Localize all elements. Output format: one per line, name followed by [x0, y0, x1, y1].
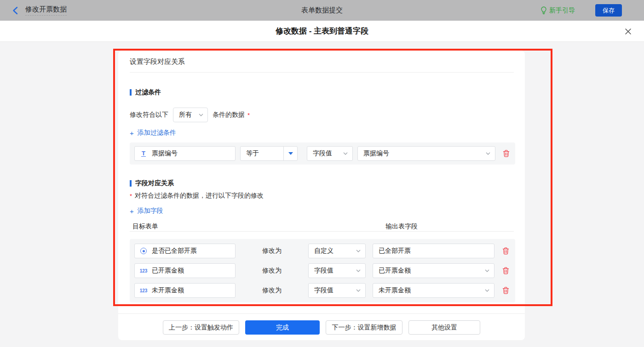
beginner-guide-label: 新手引导 [549, 6, 575, 15]
filter-condition-row: 修改符合以下 所有 条件的数据 * [130, 108, 250, 122]
chevron-down-icon [343, 152, 348, 155]
target-field-select[interactable]: 123 已开票金额 [134, 263, 236, 278]
caret-down-icon [288, 152, 293, 155]
radio-field-icon [139, 248, 148, 254]
trash-icon [502, 267, 509, 274]
modify-to-label: 修改为 [262, 286, 282, 295]
done-button[interactable]: 完成 [245, 320, 320, 335]
target-form-header: 目标表单 [132, 222, 158, 231]
delete-row-button[interactable] [502, 287, 509, 294]
workflow-name[interactable]: 修改开票数据 [25, 5, 67, 16]
value-mode: 字段值 [314, 267, 334, 275]
output-field-select[interactable]: 未开票金额 [373, 283, 494, 298]
number-field-icon: 123 [139, 268, 148, 273]
output-field-select[interactable]: 已开票金额 [373, 263, 494, 278]
chevron-down-icon [356, 250, 361, 252]
plus-icon: + [130, 129, 134, 137]
filter-operator-value: 等于 [241, 149, 259, 158]
dialog-header: 修改数据 - 主表到普通字段 [0, 21, 644, 42]
value-mode-select[interactable]: 字段值 [308, 283, 366, 298]
trash-icon [502, 247, 509, 255]
condition-suffix: 条件的数据 [213, 111, 245, 119]
custom-value-input[interactable]: 已全部开票 [373, 244, 494, 258]
dialog-title: 修改数据 - 主表到普通字段 [276, 26, 368, 36]
mapping-row: 是否已全部开票 修改为 自定义 已全部开票 [134, 244, 511, 258]
mapping-section-title: 字段对应关系 [130, 179, 174, 188]
modify-to-label: 修改为 [262, 247, 282, 255]
target-field-value: 未开票金额 [152, 286, 184, 295]
filter-value-select[interactable]: 票据编号 [357, 146, 495, 161]
mapping-row: 123 已开票金额 修改为 字段值 已开票金额 [134, 263, 511, 278]
back-button[interactable]: 修改开票数据 [12, 5, 67, 16]
filter-value-type: 字段值 [313, 149, 332, 158]
value-mode: 字段值 [314, 286, 334, 295]
beginner-guide-button[interactable]: 新手引导 [540, 6, 575, 15]
filter-section-title: 过滤条件 [130, 88, 161, 97]
other-settings-button[interactable]: 其他设置 [408, 320, 480, 335]
output-field-value: 未开票金额 [379, 286, 411, 295]
filter-field-value: 票据编号 [152, 149, 178, 158]
next-step-button[interactable]: 下一步：设置新增数据 [326, 320, 402, 335]
target-field-value: 是否已全部开票 [152, 247, 197, 255]
delete-filter-button[interactable] [503, 150, 510, 157]
prev-step-button[interactable]: 上一步：设置触发动作 [163, 320, 239, 335]
app-window: 修改开票数据 表单数据提交 新手引导 保存 修改数据 - 主表到普通字段 设置字… [0, 0, 644, 347]
dialog-body: 设置字段对应关系 过滤条件 修改符合以下 所有 条件的数据 * + 添加过滤条件 [0, 42, 644, 347]
node-title: 表单数据提交 [301, 6, 343, 15]
mapping-rows: 是否已全部开票 修改为 自定义 已全部开票 [130, 239, 515, 302]
match-mode-value: 所有 [179, 111, 192, 119]
value-mode-select[interactable]: 自定义 [308, 244, 366, 258]
divider [130, 72, 514, 73]
filter-rule-row: T 票据编号 等于 字段值 票据编号 [130, 142, 515, 165]
target-field-value: 已开票金额 [152, 267, 184, 275]
condition-prefix: 修改符合以下 [130, 111, 168, 119]
top-bar: 修改开票数据 表单数据提交 新手引导 保存 [0, 0, 644, 21]
trash-icon [503, 150, 510, 157]
save-button[interactable]: 保存 [595, 4, 622, 17]
chevron-down-icon [486, 152, 490, 155]
output-field-header: 输出表字段 [385, 222, 418, 231]
value-mode: 自定义 [314, 247, 334, 255]
required-mark: * [130, 193, 132, 199]
mapping-description: * 对符合过滤条件的数据，进行以下字段的修改 [130, 191, 264, 200]
dialog-footer: 上一步：设置触发动作 完成 下一步：设置新增数据 其他设置 [118, 313, 525, 335]
plus-icon: + [130, 207, 134, 215]
trash-icon [502, 287, 509, 294]
section-marker [130, 89, 132, 96]
number-field-icon: 123 [139, 288, 148, 293]
add-filter-condition-link[interactable]: + 添加过滤条件 [130, 129, 176, 137]
filter-operator-select[interactable]: 等于 [240, 146, 298, 161]
modify-to-label: 修改为 [262, 267, 282, 275]
add-field-link[interactable]: + 添加字段 [130, 207, 163, 215]
text-field-icon: T [139, 150, 148, 157]
target-field-select[interactable]: 是否已全部开票 [134, 244, 236, 258]
operator-caret-button[interactable] [283, 147, 297, 160]
mapping-row: 123 未开票金额 修改为 字段值 未开票金额 [134, 283, 511, 298]
divider [130, 231, 514, 232]
chevron-down-icon [199, 114, 203, 116]
chevron-down-icon [356, 289, 361, 292]
chevron-down-icon [485, 269, 489, 272]
delete-row-button[interactable] [502, 267, 509, 274]
chevron-down-icon [356, 269, 361, 272]
delete-row-button[interactable] [502, 247, 509, 255]
section-marker [130, 180, 132, 187]
close-icon[interactable] [624, 27, 632, 35]
match-mode-select[interactable]: 所有 [173, 108, 208, 122]
output-field-value: 已开票金额 [379, 267, 411, 275]
filter-value: 票据编号 [363, 149, 389, 158]
topbar-actions: 新手引导 保存 [540, 4, 622, 17]
chevron-down-icon [485, 289, 489, 292]
filter-value-type-select[interactable]: 字段值 [307, 146, 353, 161]
target-field-select[interactable]: 123 未开票金额 [134, 283, 236, 298]
panel-title: 设置字段对应关系 [130, 57, 185, 66]
settings-panel: 设置字段对应关系 过滤条件 修改符合以下 所有 条件的数据 * + 添加过滤条件 [118, 51, 525, 340]
value-mode-select[interactable]: 字段值 [308, 263, 366, 278]
required-mark: * [247, 112, 250, 119]
filter-field-select[interactable]: T 票据编号 [134, 146, 236, 161]
back-chevron-icon [12, 6, 18, 15]
lightbulb-icon [540, 6, 547, 14]
